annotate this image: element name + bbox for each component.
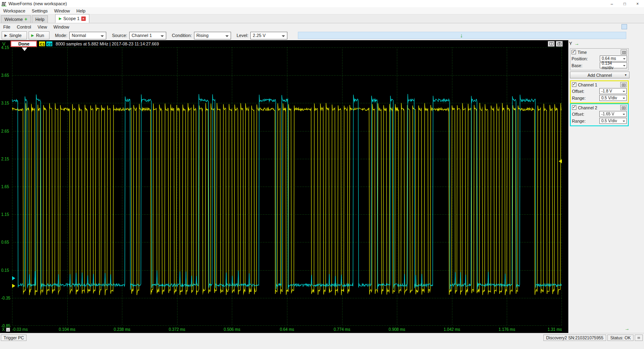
x-tick-label: -0.03 ms xyxy=(12,327,28,332)
source-select[interactable]: Channel 1 xyxy=(129,32,166,39)
position-value: 0.64 ms xyxy=(602,56,616,61)
trigger-source-status-label: Trigger PC xyxy=(4,335,24,340)
x-tick-label: 1.176 ms xyxy=(499,327,515,332)
trigger-level-marker[interactable] xyxy=(559,159,562,163)
time-enable-checkbox[interactable]: ✓ xyxy=(572,50,576,54)
pan-right-bottom-icon[interactable]: → xyxy=(625,326,630,331)
channel2-offset-label: Offset: xyxy=(572,112,584,117)
mode-label: Mode: xyxy=(55,33,68,38)
trigger-position-marker-icon[interactable]: ↓ xyxy=(460,32,463,39)
trigger-time-marker[interactable] xyxy=(22,47,27,51)
source-value: Channel 1 xyxy=(132,33,152,38)
scope-menu-file[interactable]: File xyxy=(0,23,14,31)
base-select[interactable]: 0.134 ms/div xyxy=(600,62,627,68)
statusbar-snapshot-icon[interactable] xyxy=(635,335,643,341)
level-select[interactable]: 2.25 V xyxy=(250,32,287,39)
channel1-badge[interactable]: C1 xyxy=(39,41,45,46)
single-button-label: Single xyxy=(9,33,22,38)
check-icon: ✓ xyxy=(572,49,576,54)
run-button[interactable]: ▶ Run xyxy=(29,31,50,39)
status-ok-badge: Status: OK xyxy=(607,335,634,341)
channel1-snapshot-icon[interactable] xyxy=(620,82,627,87)
channel1-panel: ✓ Channel 1 Offset: -1.8 V Range: 0.5 V/… xyxy=(570,80,629,103)
channel1-offset-marker[interactable] xyxy=(12,284,15,288)
menu-help[interactable]: Help xyxy=(73,7,89,14)
channel2-snapshot-icon[interactable] xyxy=(620,105,627,110)
channel1-range-value: 0.5 V/div xyxy=(601,96,617,100)
scope-menu-window[interactable]: Window xyxy=(50,23,72,31)
channel2-offset-marker[interactable] xyxy=(12,276,15,280)
trigger-position-slider[interactable]: ↓ xyxy=(298,32,626,39)
channel1-range-select[interactable]: 0.5 V/div xyxy=(599,95,627,101)
single-button[interactable]: ▶ Single xyxy=(2,31,27,39)
tab-scope1[interactable]: ▶ Scope 1 × xyxy=(55,14,89,23)
tab-help-label: Help xyxy=(35,17,45,22)
x-tick-label: 0.238 ms xyxy=(114,327,130,332)
x-tick-label: 0.506 ms xyxy=(224,327,240,332)
plot-area xyxy=(12,47,562,326)
menu-window[interactable]: Window xyxy=(51,7,73,14)
channel2-offset-value: -1.65 V xyxy=(601,112,614,116)
x-tick-label: 0.372 ms xyxy=(169,327,185,332)
close-icon[interactable]: × xyxy=(631,0,644,7)
scope-display: V Done C1 C2 8000 samples at 5.882 MHz |… xyxy=(0,40,568,333)
mode-value: Normal xyxy=(72,33,86,38)
scope-toolbar: ▶ Single ▶ Run Mode: Normal Source: Chan… xyxy=(0,31,644,40)
channel2-badge[interactable]: C2 xyxy=(46,41,52,46)
device-status: Discovery2 SN:210321075955 xyxy=(543,335,606,341)
level-label: Level: xyxy=(237,33,248,38)
close-tab-icon[interactable]: × xyxy=(81,16,86,21)
tab-welcome[interactable]: Welcome + xyxy=(1,15,31,23)
single-icon: ▶ xyxy=(4,33,7,37)
y-tick-label: 0.15 xyxy=(1,268,9,272)
acquisition-status-label: Done xyxy=(19,41,30,46)
x-tick-label: 0.104 ms xyxy=(59,327,75,332)
x-axis-caret-icon[interactable]: ▾ xyxy=(6,328,10,332)
channel1-offset-value: -1.8 V xyxy=(601,89,612,93)
time-snapshot-icon[interactable] xyxy=(621,49,627,55)
channel1-offset-select[interactable]: -1.8 V xyxy=(599,88,627,94)
channel2-range-select[interactable]: 0.5 V/div xyxy=(599,118,627,124)
menu-workspace[interactable]: Workspace xyxy=(0,7,29,14)
mode-select[interactable]: Normal xyxy=(69,32,106,39)
y-tick-label: 0.65 xyxy=(1,240,9,244)
app-menubar: Workspace Settings Window Help xyxy=(0,7,644,14)
scope-menu-view[interactable]: View xyxy=(34,23,50,31)
maximize-icon[interactable]: □ xyxy=(618,0,631,7)
instrument-tabbar: Welcome + Help ▶ Scope 1 × xyxy=(0,14,644,23)
channel1-range-label: Range: xyxy=(572,96,586,101)
channel1-enable-checkbox[interactable]: ✓ xyxy=(572,82,576,87)
waveforms-window: WaveForms (new workspace) – □ × Workspac… xyxy=(0,0,644,349)
pan-right-icon[interactable]: → xyxy=(574,41,579,46)
device-status-label: Discovery2 SN:210321075955 xyxy=(546,335,603,340)
snapshot-icon[interactable] xyxy=(556,41,563,47)
position-label: Position: xyxy=(572,56,588,61)
scope-menu-control[interactable]: Control xyxy=(14,23,34,31)
channel1-panel-title: Channel 1 xyxy=(578,82,597,87)
check-icon: ✓ xyxy=(572,105,576,110)
add-instrument-icon[interactable]: + xyxy=(25,17,27,21)
channel2-enable-checkbox[interactable]: ✓ xyxy=(572,105,576,110)
add-channel-button[interactable]: Add Channel ▼ xyxy=(570,72,630,78)
channel2-offset-select[interactable]: -1.65 V xyxy=(599,111,627,117)
base-label: Base: xyxy=(572,63,582,68)
plot-layout-icon[interactable] xyxy=(548,41,555,47)
acquisition-text: 8000 samples at 5.882 MHz | 2017-08-23 1… xyxy=(56,41,159,46)
y-tick-label: -0.35 xyxy=(1,296,10,300)
scope-plot-canvas[interactable] xyxy=(12,47,562,326)
channel2-panel: ✓ Channel 2 Offset: -1.65 V Range: 0.5 V… xyxy=(570,103,629,126)
x-tick-label: 1.042 ms xyxy=(444,327,460,332)
tab-help[interactable]: Help xyxy=(32,15,48,23)
dock-panel-icon[interactable] xyxy=(621,24,627,29)
y-tick-label: 4.15 xyxy=(1,45,9,50)
scope-menubar: File Control View Window xyxy=(0,23,644,31)
time-panel: ✓ Time Position: 0.64 ms Base: 0.134 ms/… xyxy=(570,48,629,70)
condition-select[interactable]: Rising xyxy=(194,32,231,39)
condition-value: Rising xyxy=(196,33,209,38)
x-tick-label: 0.774 ms xyxy=(334,327,350,332)
menu-settings[interactable]: Settings xyxy=(29,7,51,14)
channel2-range-value: 0.5 V/div xyxy=(601,119,617,123)
minimize-icon[interactable]: – xyxy=(605,0,618,7)
acquisition-info-row: V Done C1 C2 8000 samples at 5.882 MHz |… xyxy=(0,40,568,47)
run-icon: ▶ xyxy=(31,33,34,37)
